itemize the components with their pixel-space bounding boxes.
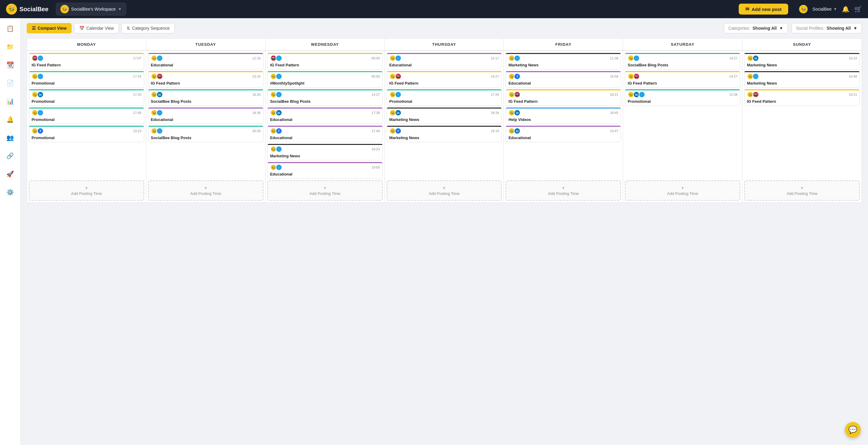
post-card[interactable]: 🐝📸18:21IG Feed Pattern [744,89,860,106]
post-card[interactable]: 🐝f16:58Educational [506,71,621,88]
day-header-monday: MONDAY [27,38,146,50]
post-card[interactable]: 🐝in18:34Marketing News [386,107,502,124]
profiles-label: Social Profiles: [796,26,824,31]
post-card[interactable]: 🐝in17:33Promotional [29,89,144,106]
add-posting-time-button[interactable]: +Add Posting Time [148,180,264,201]
post-card[interactable]: 🐝in17:38Educational [268,107,383,124]
add-posting-label: Add Posting Time [787,191,817,196]
add-post-button[interactable]: ✉ Add new post [739,4,788,14]
calendar-view-button[interactable]: 📅 Calendar View [74,23,119,33]
post-card[interactable]: 🐝🐦16:48Marketing News [744,71,860,88]
post-card[interactable]: 🐝f19:23Promotional [29,126,144,142]
post-category-label: Promotional [32,136,142,140]
add-posting-time-button[interactable]: +Add Posting Time [29,180,144,201]
twitter-icon: 🐦 [276,146,282,152]
post-social-icons: 🐝🐦 [270,91,282,98]
post-card-top: 🐝in🐦15:38 [628,91,738,98]
linkedin-icon: in [752,55,759,62]
post-social-icons: 🐝🐦 [628,55,640,62]
day-col-tuesday: 🐝🐦12:18Educational🐝📸13:16IG Feed Pattern… [146,51,266,203]
twitter-icon: 🐦 [276,164,282,171]
day-header-sunday: SUNDAY [742,38,862,50]
post-category-label: Marketing News [747,81,857,85]
post-card-accent-border [29,90,144,90]
add-post-icon: ✉ [745,6,749,12]
compact-view-button[interactable]: ☰ Compact View [27,23,72,33]
post-time: 18:23 [371,147,380,151]
post-card[interactable]: 🐝in16:33Marketing News [744,53,860,69]
post-card-accent-border [29,108,144,108]
sidebar-item-rocket[interactable]: 🚀 [5,169,16,179]
notifications-icon[interactable]: 🔔 [842,5,849,13]
post-category-label: Marketing News [508,63,618,67]
post-card[interactable]: 🐝🐦20:29SocialBee Blog Posts [148,126,264,142]
linkedin-icon: in [514,128,521,134]
post-card[interactable]: 🐝📸14:27IG Feed Pattern [625,71,740,88]
post-card[interactable]: 🐝🐦17:24Promotional [386,89,502,106]
sidebar-item-link[interactable]: 🔗 [5,150,16,161]
post-card[interactable]: 🐝f19:19Marketing News [386,126,502,142]
sidebar-item-folder[interactable]: 📁 [5,41,16,52]
post-card[interactable]: 🐝in19:47Educational [506,126,621,142]
post-time: 14:27 [491,75,499,78]
post-category-label: Promotional [32,99,142,104]
post-card[interactable]: 🐝in18:20SocialBee Blog Posts [148,89,264,106]
post-category-label: SocialBee Blog Posts [628,63,738,67]
post-card[interactable]: 🐝🐦19:00Educational [268,162,383,178]
sidebar-item-settings[interactable]: ⚙️ [5,187,16,198]
categories-filter[interactable]: Categories: Showing All ▼ [724,23,788,33]
post-card[interactable]: 🐝📸13:16IG Feed Pattern [148,71,264,88]
post-social-icons: 🐝f [270,128,282,134]
post-time: 17:24 [133,75,142,78]
post-time: 00:00 [371,57,380,60]
workspace-button[interactable]: 🐝 SocialBee's Workspace ▼ [56,3,126,15]
sequence-view-button[interactable]: ⇅ Category Sequence [121,23,175,33]
post-card-top: 🐝🐦16:48 [747,73,857,80]
twitter-icon: 🐦 [395,55,402,62]
chat-button[interactable]: 💬 [845,422,861,438]
add-posting-time-button[interactable]: +Add Posting Time [386,180,502,201]
post-social-icons: 🐝in🐦 [628,91,645,98]
profiles-filter[interactable]: Social Profiles: Showing All ▼ [792,23,862,33]
post-card[interactable]: 🐝📸18:21IG Feed Pattern [506,89,621,106]
post-card[interactable]: 🐝🐦14:27SocialBee Blog Posts [268,89,383,106]
sidebar-item-calendar[interactable]: 📆 [5,60,16,70]
post-card[interactable]: 🐝in18:45Help Videos [506,107,621,124]
post-card[interactable]: 📸🐦17:07IG Feed Pattern [29,53,144,69]
view-toolbar: ☰ Compact View 📅 Calendar View ⇅ Categor… [27,23,862,33]
post-card-top: 🐝in17:38 [270,109,380,116]
sidebar-item-clipboard[interactable]: 📋 [5,23,16,34]
post-card[interactable]: 🐝🐦12:18Educational [148,53,264,69]
post-card-top: 🐝in19:47 [508,128,618,134]
cart-icon[interactable]: 🛒 [854,5,862,13]
app-name: SocialBee [20,6,49,13]
sequence-view-icon: ⇅ [127,26,130,31]
add-posting-time-button[interactable]: +Add Posting Time [625,180,740,201]
post-card[interactable]: 🐝🐦17:48Promotional [29,107,144,124]
sidebar-item-bell[interactable]: 🔔 [5,114,16,125]
post-card[interactable]: 🐝🐦12:17Educational [386,53,502,69]
add-posting-time-button[interactable]: +Add Posting Time [506,180,621,201]
post-card[interactable]: 🐝🐦06:00#MonthlySpotlight [268,71,383,88]
sidebar-item-users[interactable]: 👥 [5,132,16,143]
post-card[interactable]: 🐝🐦18:23Marketing News [268,144,383,160]
post-card[interactable]: 🐝🐦17:24Promotional [29,71,144,88]
post-card[interactable]: 🐝🐦14:27SocialBee Blog Posts [625,53,740,69]
post-card-top: 🐝🐦18:23 [270,146,380,152]
post-card[interactable]: 🐝🐦18:36Educational [148,107,264,124]
post-card-accent-border [744,53,860,54]
post-card[interactable]: 🐝🐦11:38Marketing News [506,53,621,69]
post-card[interactable]: 📸🐦00:00IG Feed Pattern [268,53,383,69]
post-card[interactable]: 🐝📸14:27IG Feed Pattern [386,71,502,88]
post-category-label: Promotional [32,117,142,122]
add-posting-time-button[interactable]: +Add Posting Time [744,180,860,201]
linkedin-icon: in [276,109,282,116]
add-posting-time-button[interactable]: +Add Posting Time [268,180,383,201]
instagram-icon: 📸 [633,73,640,80]
post-time: 18:34 [491,111,499,114]
post-time: 15:38 [729,93,738,96]
post-card[interactable]: 🐝f17:48Educational [268,126,383,142]
post-card[interactable]: 🐝in🐦15:38Promotional [625,89,740,106]
sidebar-item-analytics[interactable]: 📊 [5,96,16,107]
sidebar-item-list[interactable]: 📄 [5,78,16,89]
